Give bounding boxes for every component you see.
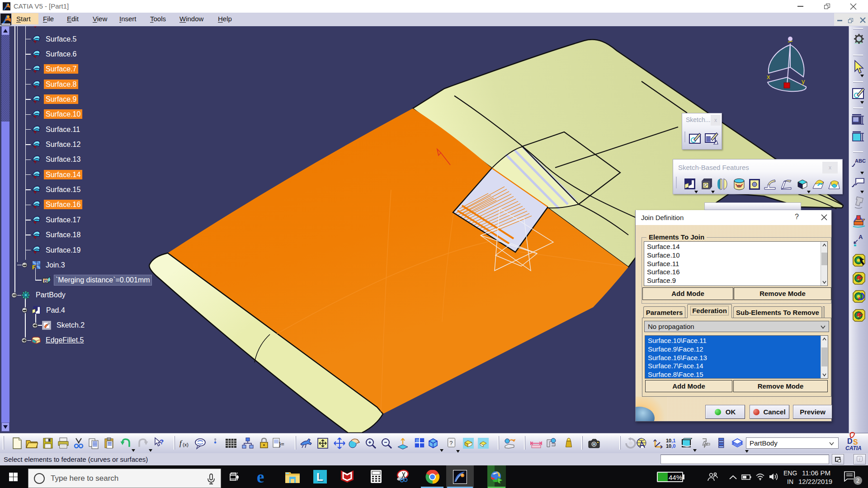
svg-text:}=: }= — [279, 441, 284, 447]
svg-text:D: D — [847, 437, 853, 445]
svg-text:10,0: 10,0 — [666, 443, 675, 449]
svg-text:y: y — [802, 77, 805, 85]
svg-text:ABC: ABC — [855, 158, 866, 164]
svg-text:CATIA: CATIA — [845, 445, 862, 451]
svg-text:?: ? — [160, 438, 164, 446]
svg-text:A: A — [859, 234, 863, 240]
svg-text:10,1: 10,1 — [666, 438, 675, 443]
svg-text:f: f — [179, 439, 183, 447]
svg-text:x: x — [767, 73, 770, 80]
svg-text:?: ? — [449, 440, 453, 446]
svg-text:(x): (x) — [183, 442, 189, 447]
